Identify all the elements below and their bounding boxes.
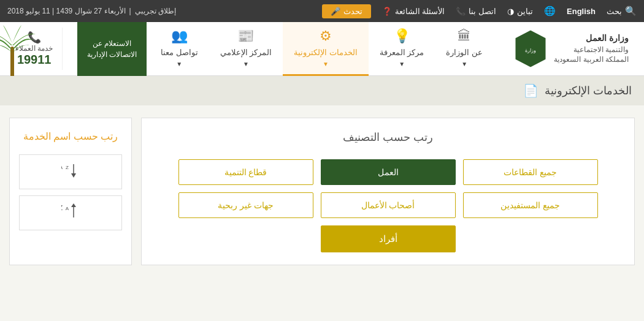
nav-left: وزارة العمل والتنمية الاجتماعية المملكة … <box>505 29 638 69</box>
nav-item-admin-inquiry[interactable]: الاستعلام عنالاتصالات الإدارية <box>77 22 147 76</box>
chevron-down-icon3: ▼ <box>323 61 329 67</box>
top-bar-left: إطلاق تجريبي | الأربعاء 27 شوال 1439 | 1… <box>7 7 176 15</box>
svg-text:A: A <box>61 164 63 170</box>
chevron-down-icon2: ▼ <box>399 61 405 67</box>
name-sort-panel: رتب حسب اسم الخدمة A Z Z A <box>9 118 132 265</box>
individuals-button[interactable]: أفراد <box>321 225 456 252</box>
svg-text:Z: Z <box>61 205 63 211</box>
svg-text:Z: Z <box>66 165 69 170</box>
nav-item-about[interactable]: 🏛 عن الوزارة ▼ <box>435 22 494 76</box>
phone-icon: 📞 <box>456 7 466 16</box>
ministry-logo: وزارة <box>514 29 548 69</box>
svg-text:A: A <box>66 206 69 211</box>
filter-row-1: جميع القطاعات العمل قطاع التنمية <box>154 159 622 185</box>
newspaper-icon: 📰 <box>237 28 254 44</box>
logo-text: وزارة العمل والتنمية الاجتماعية المملكة … <box>554 32 629 65</box>
building-icon: 🏛 <box>458 28 471 44</box>
businesses-button[interactable]: أصحاب الأعمال <box>321 192 456 218</box>
faq-item[interactable]: الأسئلة الشائعة ❓ <box>382 7 445 16</box>
nav-item-media[interactable]: 📰 المركز الإعلامي ▼ <box>209 22 283 76</box>
sort-za-button[interactable]: Z A <box>19 195 122 230</box>
question-icon: ❓ <box>382 7 392 16</box>
nav-logo: وزارة العمل والتنمية الاجتماعية المملكة … <box>505 29 638 69</box>
chevron-down-icon: ▼ <box>461 61 467 67</box>
separator: | <box>129 7 131 15</box>
classification-panel: رتب حسب التصنيف جميع القطاعات العمل قطاع… <box>141 118 635 265</box>
name-sort-title: رتب حسب اسم الخدمة <box>19 130 122 142</box>
contact-label: اتصل بنا <box>469 7 496 16</box>
svg-marker-11 <box>71 203 76 207</box>
svg-text:وزارة: وزارة <box>525 48 536 53</box>
all-beneficiaries-button[interactable]: جميع المستفيدين <box>463 192 598 218</box>
english-link[interactable]: English <box>567 7 596 16</box>
contrast-label: تباين <box>517 7 533 16</box>
nav-menu: 🏛 عن الوزارة ▼ 💡 مركز المعرفة ▼ ⚙ الخدما… <box>74 22 494 75</box>
nav-item-contact[interactable]: 👥 تواصل معنا ▼ <box>150 22 209 76</box>
nav-item-knowledge[interactable]: 💡 مركز المعرفة ▼ <box>369 22 435 76</box>
nav-item-services[interactable]: ⚙ الخدمات الإلكترونية ▼ <box>283 22 369 76</box>
main-content: رتب حسب التصنيف جميع القطاعات العمل قطاع… <box>0 105 644 278</box>
bulb-icon: 💡 <box>394 28 410 44</box>
sort-az-icon: A Z <box>61 161 80 183</box>
gear-icon: ⚙ <box>320 28 332 44</box>
contrast-icon: ◑ <box>507 7 514 16</box>
people-icon: 👥 <box>171 28 188 44</box>
svg-rect-1 <box>10 47 14 76</box>
chevron-down-icon4: ▼ <box>243 61 249 67</box>
nav-bar: وزارة العمل والتنمية الاجتماعية المملكة … <box>0 22 644 76</box>
filter-row-2: جميع المستفيدين أصحاب الأعمال جهات غير ر… <box>154 192 622 218</box>
page-title: الخدمات الإلكترونية <box>545 84 632 97</box>
top-bar: 🔍 بحث English 🌐 تباين ◑ اتصل بنا 📞 الأسئ… <box>0 0 644 22</box>
sort-za-icon: Z A <box>61 202 80 224</box>
english-label: English <box>567 7 596 16</box>
palm-decoration <box>0 22 37 76</box>
contrast-item[interactable]: تباين ◑ <box>507 7 533 16</box>
svg-marker-7 <box>71 173 76 178</box>
page-title-bar: الخدمات الإلكترونية 📄 <box>0 76 644 105</box>
talk-label: تحدث <box>343 7 362 16</box>
all-sectors-button[interactable]: جميع القطاعات <box>463 159 598 185</box>
classification-panel-title: رتب حسب التصنيف <box>154 130 622 144</box>
search-label: بحث <box>607 7 622 16</box>
filter-row-3: أفراد <box>154 225 622 252</box>
faq-label: الأسئلة الشائعة <box>395 7 445 16</box>
date-label: الأربعاء 27 شوال 1439 | 11 يوليو 2018 <box>7 7 126 15</box>
search-icon: 🔍 <box>625 6 637 17</box>
sort-az-button[interactable]: A Z <box>19 154 122 189</box>
admin-inquiry-label: الاستعلام عنالاتصالات الإدارية <box>87 38 137 60</box>
development-button[interactable]: قطاع التنمية <box>178 159 313 185</box>
top-bar-right: 🔍 بحث English 🌐 تباين ◑ اتصل بنا 📞 الأسئ… <box>322 4 637 18</box>
talk-button[interactable]: تحدث 🎤 <box>322 4 371 18</box>
contact-item[interactable]: اتصل بنا 📞 <box>456 7 496 16</box>
search-item[interactable]: 🔍 بحث <box>607 6 637 17</box>
work-button[interactable]: العمل <box>321 159 456 185</box>
filter-grid: جميع القطاعات العمل قطاع التنمية جميع ال… <box>154 159 622 252</box>
chevron-down-icon5: ▼ <box>176 61 182 67</box>
launch-label: إطلاق تجريبي <box>135 7 176 15</box>
globe-icon: 🌐 <box>544 6 556 17</box>
nonprofits-button[interactable]: جهات غير ربحية <box>178 192 313 218</box>
document-icon: 📄 <box>523 83 539 98</box>
mic-icon: 🎤 <box>331 7 340 16</box>
